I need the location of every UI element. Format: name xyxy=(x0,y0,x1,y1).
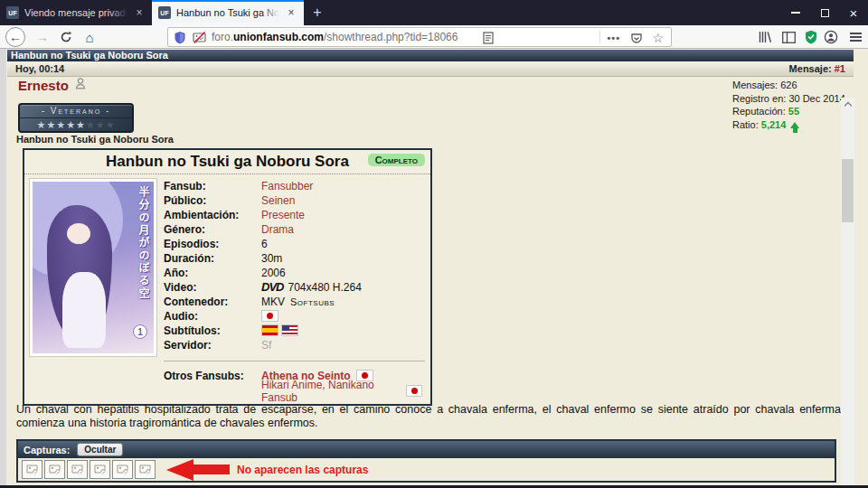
capture-thumbnail-broken[interactable] xyxy=(22,460,42,479)
table-row: Servidor:Sf xyxy=(164,338,425,352)
anime-details-table: Fansub:Fansubber Público:Seinen Ambienta… xyxy=(156,179,425,399)
restore-icon xyxy=(821,9,829,17)
close-button[interactable]: × xyxy=(839,0,868,25)
captures-body: No aparecen las capturas xyxy=(18,458,835,481)
star-icon: ★ xyxy=(96,119,106,130)
stat-reputation: Reputación: 55 xyxy=(732,105,845,118)
capture-thumbnail-broken[interactable] xyxy=(67,460,88,479)
flag-japan-icon xyxy=(406,385,422,397)
hamburger-menu-icon[interactable] xyxy=(846,29,864,45)
video-value: 704x480 H.264 xyxy=(288,281,361,294)
tab-close-icon[interactable]: × xyxy=(285,6,297,19)
table-row: Duración:30m xyxy=(164,251,425,265)
annotation-arrow-icon xyxy=(166,459,230,481)
sidebar-toggle-icon[interactable] xyxy=(779,29,797,45)
hamburger-bars xyxy=(850,36,862,38)
cover-japanese-title: 半分の月がのぼる空 xyxy=(136,186,151,324)
tab-private-message[interactable]: UF Viendo mensaje privado: Re: Pr × xyxy=(0,0,152,25)
contenedor-value: MKV xyxy=(261,296,285,308)
back-button[interactable]: ← xyxy=(5,27,25,47)
rank-name: - Veterano - xyxy=(20,105,132,118)
fansub-link[interactable]: Fansubber xyxy=(261,180,313,192)
author-username-link[interactable]: Ernesto xyxy=(18,78,69,93)
capture-thumbnail-broken[interactable] xyxy=(44,460,65,479)
cover-volume-badge: 1 xyxy=(133,324,147,339)
tab-thread-active[interactable]: UF Hanbun no Tsuki ga Noboru So × xyxy=(152,0,304,25)
forward-button[interactable]: → xyxy=(33,27,52,47)
captures-header: Capturas: Ocultar xyxy=(18,441,835,458)
page-scrollbar[interactable] xyxy=(841,98,854,488)
status-badge-completo: Completo xyxy=(368,154,425,166)
url-text[interactable]: foro.unionfansub.com/showthread.php?tid=… xyxy=(212,31,458,43)
tab-close-icon[interactable]: × xyxy=(133,6,146,19)
anime-infobox: Hanbun no Tsuki ga Noboru Sora Completo … xyxy=(23,148,432,406)
reload-glyph xyxy=(60,31,72,43)
home-button[interactable]: ⌂ xyxy=(80,27,99,47)
servidor-broken-icon: Sf xyxy=(261,339,271,352)
softsubs-tag: Softsubs xyxy=(290,296,335,307)
star-icon: ★ xyxy=(86,119,96,130)
capture-thumbnail-broken[interactable] xyxy=(135,460,156,479)
captures-box: Capturas: Ocultar No aparecen las captur… xyxy=(16,439,836,483)
annotation-text: No aparecen las capturas xyxy=(237,464,368,476)
tracking-shield-icon[interactable] xyxy=(174,31,186,44)
ambientacion-link[interactable]: Presente xyxy=(261,209,305,221)
bookmark-star-icon[interactable]: ☆ xyxy=(652,28,664,48)
images-blocked-icon[interactable] xyxy=(193,32,206,43)
captures-label: Capturas: xyxy=(24,445,70,455)
table-row: Episodios:6 xyxy=(164,237,425,250)
stat-ratio: Ratio: 5,214 xyxy=(732,118,845,132)
hide-captures-button[interactable]: Ocultar xyxy=(77,443,123,456)
flag-japan-icon xyxy=(356,370,373,381)
rank-stars: ★★★★★★★★ xyxy=(20,118,132,132)
dvd-logo: DVD xyxy=(261,280,283,294)
forum-page: Hanbun no Tsuki ga Noboru Sora Hoy, 00:1… xyxy=(0,49,854,485)
profile-person-icon[interactable] xyxy=(74,77,87,93)
other-fansub-link[interactable]: Hikari Anime, Nanikano Fansub xyxy=(261,379,401,404)
reload-icon[interactable] xyxy=(56,27,76,47)
stat-messages: Mensajes: 626 xyxy=(732,79,845,92)
new-tab-button[interactable]: + xyxy=(304,0,331,25)
security-extension-icon[interactable] xyxy=(802,29,820,45)
cover-character-face xyxy=(67,223,90,244)
other-fansubs-row: Hikari Anime, Nanikano Fansub xyxy=(164,383,425,399)
table-row: Contenedor:MKVSoftsubs xyxy=(164,295,425,308)
restore-button[interactable] xyxy=(810,0,839,25)
broken-image-icon xyxy=(117,465,128,474)
infobox-header: Hanbun no Tsuki ga Noboru Sora Completo xyxy=(24,150,430,174)
minimize-button[interactable] xyxy=(781,0,810,25)
star-icon: ★ xyxy=(66,119,76,130)
genero-link[interactable]: Drama xyxy=(261,223,294,236)
table-row: Público:Seinen xyxy=(164,193,425,207)
synopsis-text: Un chaval con hepatitis hospitalizado tr… xyxy=(16,403,852,430)
scrollbar-thumb[interactable] xyxy=(842,159,854,222)
site-favicon: UF xyxy=(158,6,171,19)
flag-spain-icon xyxy=(261,324,278,336)
account-icon[interactable] xyxy=(822,29,840,45)
page-actions-menu-icon[interactable]: ••• xyxy=(607,28,620,48)
cover-image: 半分の月がのぼる空 1 xyxy=(30,179,156,356)
window-controls: × xyxy=(781,0,868,25)
publico-link[interactable]: Seinen xyxy=(261,194,295,207)
post-date: Hoy, 00:14 xyxy=(15,63,64,74)
divider xyxy=(164,361,425,361)
library-icon[interactable] xyxy=(756,29,774,45)
rank-badge-veterano: - Veterano - ★★★★★★★★ xyxy=(18,103,134,133)
table-row: Audio: xyxy=(164,309,425,323)
star-icon: ★ xyxy=(76,119,86,130)
table-row: Fansub:Fansubber xyxy=(164,179,425,192)
urlbar-divider xyxy=(599,31,600,43)
minimize-icon xyxy=(791,12,800,14)
page-action-icon[interactable] xyxy=(483,32,494,44)
capture-thumbnail-broken[interactable] xyxy=(90,460,110,479)
tab-title: Viendo mensaje privado: Re: Pr xyxy=(24,6,127,19)
anio-value: 2006 xyxy=(261,267,286,279)
pocket-icon[interactable] xyxy=(630,33,643,47)
capture-thumbnail-broken[interactable] xyxy=(112,460,133,479)
thread-title-bar: Hanbun no Tsuki ga Noboru Sora xyxy=(7,50,854,61)
browser-titlebar: UF Viendo mensaje privado: Re: Pr × UF H… xyxy=(0,0,868,25)
scroll-up-arrow[interactable] xyxy=(841,98,854,111)
url-bar[interactable]: foro.unionfansub.com/showthread.php?tid=… xyxy=(167,27,672,47)
star-icon: ★ xyxy=(106,119,116,130)
episodios-value: 6 xyxy=(261,238,268,250)
